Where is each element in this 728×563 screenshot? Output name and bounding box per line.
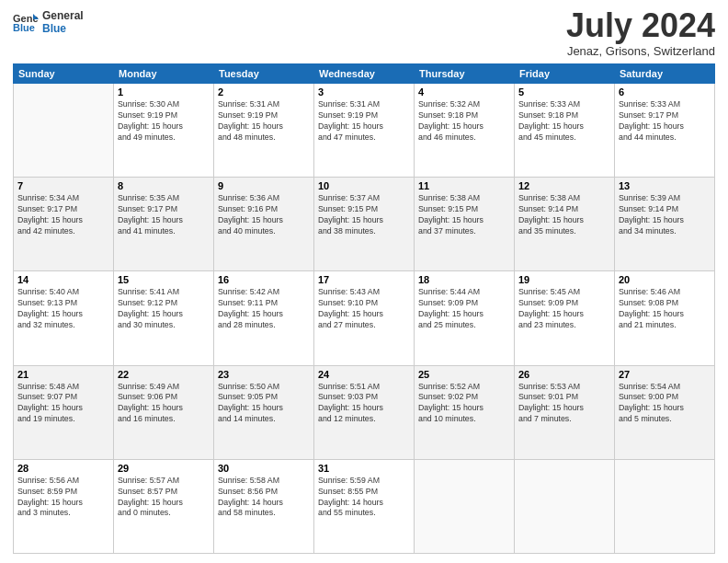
calendar-week-row: 14Sunrise: 5:40 AM Sunset: 9:13 PM Dayli… <box>14 271 715 365</box>
table-row: 16Sunrise: 5:42 AM Sunset: 9:11 PM Dayli… <box>214 271 314 365</box>
calendar-week-row: 28Sunrise: 5:56 AM Sunset: 8:59 PM Dayli… <box>14 459 715 553</box>
cell-day-number: 27 <box>619 369 711 380</box>
cell-day-number: 30 <box>218 463 310 474</box>
table-row: 6Sunrise: 5:33 AM Sunset: 9:17 PM Daylig… <box>615 84 715 178</box>
table-row: 9Sunrise: 5:36 AM Sunset: 9:16 PM Daylig… <box>214 178 314 271</box>
table-row: 1Sunrise: 5:30 AM Sunset: 9:19 PM Daylig… <box>114 84 214 178</box>
cell-day-number: 22 <box>118 369 210 380</box>
table-row: 2Sunrise: 5:31 AM Sunset: 9:19 PM Daylig… <box>214 84 314 178</box>
calendar-body: 1Sunrise: 5:30 AM Sunset: 9:19 PM Daylig… <box>14 84 715 554</box>
logo: General Blue General Blue <box>13 9 84 36</box>
table-row: 26Sunrise: 5:53 AM Sunset: 9:01 PM Dayli… <box>515 365 615 459</box>
cell-day-number: 21 <box>17 369 109 380</box>
cell-info-text: Sunrise: 5:31 AM Sunset: 9:19 PM Dayligh… <box>318 99 410 144</box>
header-thursday: Thursday <box>415 64 515 84</box>
table-row: 21Sunrise: 5:48 AM Sunset: 9:07 PM Dayli… <box>14 365 114 459</box>
cell-day-number: 17 <box>318 274 410 285</box>
cell-day-number: 2 <box>218 86 310 98</box>
header-monday: Monday <box>114 64 214 84</box>
cell-day-number: 12 <box>518 180 610 191</box>
logo-icon: General Blue <box>13 12 39 32</box>
cell-info-text: Sunrise: 5:33 AM Sunset: 9:18 PM Dayligh… <box>518 99 610 144</box>
header-tuesday: Tuesday <box>214 64 314 84</box>
cell-info-text: Sunrise: 5:57 AM Sunset: 8:57 PM Dayligh… <box>118 476 210 520</box>
table-row: 19Sunrise: 5:45 AM Sunset: 9:09 PM Dayli… <box>515 271 615 365</box>
calendar-week-row: 21Sunrise: 5:48 AM Sunset: 9:07 PM Dayli… <box>14 365 715 459</box>
svg-text:Blue: Blue <box>13 22 35 32</box>
cell-day-number: 16 <box>218 274 310 285</box>
table-row: 14Sunrise: 5:40 AM Sunset: 9:13 PM Dayli… <box>14 271 114 365</box>
table-row: 24Sunrise: 5:51 AM Sunset: 9:03 PM Dayli… <box>314 365 415 459</box>
cell-day-number: 4 <box>418 86 510 98</box>
table-row: 23Sunrise: 5:50 AM Sunset: 9:05 PM Dayli… <box>214 365 314 459</box>
table-row <box>615 459 715 553</box>
calendar-page: General Blue General Blue July 2024 Jena… <box>0 0 728 563</box>
cell-day-number: 31 <box>318 463 410 474</box>
cell-info-text: Sunrise: 5:54 AM Sunset: 9:00 PM Dayligh… <box>619 382 711 426</box>
cell-info-text: Sunrise: 5:34 AM Sunset: 9:17 PM Dayligh… <box>17 193 109 237</box>
cell-info-text: Sunrise: 5:53 AM Sunset: 9:01 PM Dayligh… <box>518 382 610 426</box>
table-row: 22Sunrise: 5:49 AM Sunset: 9:06 PM Dayli… <box>114 365 214 459</box>
table-row: 20Sunrise: 5:46 AM Sunset: 9:08 PM Dayli… <box>615 271 715 365</box>
table-row: 15Sunrise: 5:41 AM Sunset: 9:12 PM Dayli… <box>114 271 214 365</box>
cell-day-number: 23 <box>218 369 310 380</box>
cell-info-text: Sunrise: 5:51 AM Sunset: 9:03 PM Dayligh… <box>318 382 410 426</box>
cell-day-number: 18 <box>418 274 510 285</box>
cell-day-number: 28 <box>17 463 109 474</box>
table-row <box>415 459 515 553</box>
cell-day-number: 24 <box>318 369 410 380</box>
title-block: July 2024 Jenaz, Grisons, Switzerland <box>566 9 715 58</box>
cell-info-text: Sunrise: 5:56 AM Sunset: 8:59 PM Dayligh… <box>17 476 109 520</box>
table-row: 31Sunrise: 5:59 AM Sunset: 8:55 PM Dayli… <box>314 459 415 553</box>
table-row: 7Sunrise: 5:34 AM Sunset: 9:17 PM Daylig… <box>14 178 114 271</box>
cell-day-number: 10 <box>318 180 410 191</box>
cell-info-text: Sunrise: 5:32 AM Sunset: 9:18 PM Dayligh… <box>418 99 510 144</box>
cell-info-text: Sunrise: 5:42 AM Sunset: 9:11 PM Dayligh… <box>218 287 310 331</box>
weekday-header-row: Sunday Monday Tuesday Wednesday Thursday… <box>14 64 715 84</box>
month-year-title: July 2024 <box>566 9 715 42</box>
cell-info-text: Sunrise: 5:30 AM Sunset: 9:19 PM Dayligh… <box>118 99 210 144</box>
table-row: 25Sunrise: 5:52 AM Sunset: 9:02 PM Dayli… <box>415 365 515 459</box>
cell-info-text: Sunrise: 5:35 AM Sunset: 9:17 PM Dayligh… <box>118 193 210 237</box>
cell-info-text: Sunrise: 5:36 AM Sunset: 9:16 PM Dayligh… <box>218 193 310 237</box>
header-saturday: Saturday <box>615 64 715 84</box>
header-wednesday: Wednesday <box>314 64 415 84</box>
table-row: 27Sunrise: 5:54 AM Sunset: 9:00 PM Dayli… <box>615 365 715 459</box>
table-row: 17Sunrise: 5:43 AM Sunset: 9:10 PM Dayli… <box>314 271 415 365</box>
table-row: 29Sunrise: 5:57 AM Sunset: 8:57 PM Dayli… <box>114 459 214 553</box>
cell-day-number: 11 <box>418 180 510 191</box>
cell-day-number: 6 <box>619 86 711 98</box>
cell-day-number: 14 <box>17 274 109 285</box>
table-row: 12Sunrise: 5:38 AM Sunset: 9:14 PM Dayli… <box>515 178 615 271</box>
header: General Blue General Blue July 2024 Jena… <box>13 9 715 58</box>
cell-day-number: 15 <box>118 274 210 285</box>
cell-day-number: 26 <box>518 369 610 380</box>
table-row: 8Sunrise: 5:35 AM Sunset: 9:17 PM Daylig… <box>114 178 214 271</box>
logo-text: General Blue <box>42 9 84 36</box>
cell-info-text: Sunrise: 5:33 AM Sunset: 9:17 PM Dayligh… <box>619 99 711 144</box>
cell-day-number: 7 <box>17 180 109 191</box>
cell-info-text: Sunrise: 5:31 AM Sunset: 9:19 PM Dayligh… <box>218 99 310 144</box>
table-row: 5Sunrise: 5:33 AM Sunset: 9:18 PM Daylig… <box>515 84 615 178</box>
table-row <box>14 84 114 178</box>
table-row: 3Sunrise: 5:31 AM Sunset: 9:19 PM Daylig… <box>314 84 415 178</box>
cell-info-text: Sunrise: 5:37 AM Sunset: 9:15 PM Dayligh… <box>318 193 410 237</box>
calendar-week-row: 7Sunrise: 5:34 AM Sunset: 9:17 PM Daylig… <box>14 178 715 271</box>
calendar-table: Sunday Monday Tuesday Wednesday Thursday… <box>13 63 715 554</box>
cell-info-text: Sunrise: 5:52 AM Sunset: 9:02 PM Dayligh… <box>418 382 510 426</box>
table-row: 18Sunrise: 5:44 AM Sunset: 9:09 PM Dayli… <box>415 271 515 365</box>
header-friday: Friday <box>515 64 615 84</box>
cell-info-text: Sunrise: 5:40 AM Sunset: 9:13 PM Dayligh… <box>17 287 109 331</box>
location-label: Jenaz, Grisons, Switzerland <box>566 44 715 58</box>
cell-info-text: Sunrise: 5:48 AM Sunset: 9:07 PM Dayligh… <box>17 382 109 426</box>
cell-info-text: Sunrise: 5:49 AM Sunset: 9:06 PM Dayligh… <box>118 382 210 426</box>
cell-info-text: Sunrise: 5:39 AM Sunset: 9:14 PM Dayligh… <box>619 193 711 237</box>
cell-info-text: Sunrise: 5:41 AM Sunset: 9:12 PM Dayligh… <box>118 287 210 331</box>
cell-day-number: 8 <box>118 180 210 191</box>
table-row: 28Sunrise: 5:56 AM Sunset: 8:59 PM Dayli… <box>14 459 114 553</box>
cell-day-number: 13 <box>619 180 711 191</box>
table-row <box>515 459 615 553</box>
cell-info-text: Sunrise: 5:45 AM Sunset: 9:09 PM Dayligh… <box>518 287 610 331</box>
cell-day-number: 20 <box>619 274 711 285</box>
cell-day-number: 9 <box>218 180 310 191</box>
